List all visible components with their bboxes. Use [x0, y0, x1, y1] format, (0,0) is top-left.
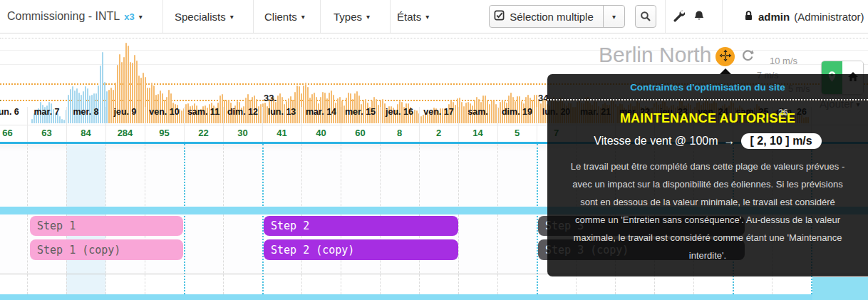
date-header-3[interactable]: mer. 8 [66, 107, 106, 117]
date-header-11[interactable]: jeu. 16 [380, 107, 420, 117]
week-number: 33. [264, 93, 277, 103]
checkbox-edit-icon [494, 10, 505, 23]
lock-icon [743, 10, 754, 24]
column-separator [184, 107, 185, 142]
date-header-2[interactable]: mar. 7 [27, 107, 67, 117]
wind-bar [307, 87, 309, 123]
multi-select-caret-button[interactable]: ▾ [603, 6, 624, 27]
brand-badge: x3 [124, 11, 134, 22]
multi-select-button[interactable]: Sélection multiple ▾ [489, 5, 625, 28]
notifications-bell-icon[interactable] [693, 10, 705, 25]
nav-divider [665, 0, 666, 33]
search-button[interactable] [635, 5, 656, 28]
user-name: admin [758, 11, 790, 23]
menu-types[interactable]: Types ▾ [334, 0, 370, 33]
gantt-bar-step-1[interactable]: Step 1 [30, 216, 183, 236]
nav-divider [390, 0, 391, 33]
date-header-7[interactable]: dim. 12 [223, 107, 263, 117]
task-boundary-gridline [184, 144, 185, 294]
column-separator [458, 107, 459, 142]
date-header-13[interactable]: sam. [458, 107, 498, 117]
column-separator [27, 107, 28, 142]
wind-bar [31, 119, 33, 123]
nav-divider [253, 0, 254, 33]
gantt-bar-step-2[interactable]: Step 2 [264, 216, 458, 236]
date-header-12[interactable]: ven. 17 [419, 107, 459, 117]
date-header-1[interactable]: lun. 6 [0, 107, 28, 117]
date-header-6[interactable]: sam. 11 [184, 107, 224, 117]
top-navbar: Commissioning - INTL x3 ▾ Specialists ▾ … [0, 0, 868, 33]
date-header-14[interactable]: dim. 19 [497, 107, 537, 117]
column-separator [341, 107, 341, 142]
wind-bar [110, 88, 112, 123]
tooltip-arrow [720, 68, 731, 74]
brand-menu[interactable]: Commissioning - INTL x3 ▾ [7, 0, 143, 33]
wind-bar [70, 89, 71, 123]
nav-divider [162, 0, 163, 33]
column-separator [537, 107, 537, 142]
day-value: 60 [341, 128, 381, 138]
day-gridline [497, 144, 498, 294]
tooltip-body-line: sont en dessous de la valeur minimale, l… [547, 193, 868, 211]
user-menu[interactable]: admin (Administrator) ▾ [743, 0, 868, 33]
wind-range-pill: [ 2, 10 ] m/s [741, 133, 822, 149]
tooltip-body-line: interdite'. [547, 247, 868, 264]
column-separator [105, 107, 106, 142]
menu-label: États [397, 11, 421, 23]
caret-down-icon: ▾ [612, 12, 616, 21]
nav-divider [320, 0, 321, 33]
tooltip-title: Contraintes d'optimisation du site [547, 82, 868, 93]
day-gridline [223, 144, 224, 294]
day-value: 5 [497, 128, 537, 138]
wind-bar [303, 86, 304, 123]
wind-bar [153, 86, 155, 123]
gridline-dotted-top [0, 38, 868, 38]
wind-bar [85, 86, 86, 123]
menu-label: Clients [264, 11, 297, 23]
axis-label-10ms: 10 m/s [770, 56, 797, 66]
search-icon [640, 11, 651, 22]
settings-wrench-icon[interactable] [673, 10, 685, 25]
wind-bar [98, 86, 99, 123]
wind-bar [61, 119, 63, 123]
tooltip-body-text: Le travail peut être complété dans cette… [547, 157, 868, 264]
tooltip-body-line: comme un 'Entretien sans conséquence'. A… [547, 211, 868, 229]
day-value: 95 [145, 128, 185, 138]
day-value: 2 [419, 128, 459, 138]
date-header-4[interactable]: jeu. 9 [105, 107, 145, 117]
move-arrows-icon [719, 49, 732, 65]
caret-down-icon: ▾ [139, 12, 143, 21]
caret-down-icon: ▾ [230, 12, 234, 21]
week-number: 32. [0, 93, 1, 103]
menu-specialists[interactable]: Specialists ▾ [175, 0, 234, 33]
date-header-8[interactable]: lun. 13 [262, 107, 302, 117]
day-value: 66 [0, 128, 28, 138]
gridline-solid-1 [0, 50, 868, 51]
day-value: 22 [184, 128, 224, 138]
move-site-button[interactable] [715, 47, 735, 66]
refresh-icon [741, 52, 755, 64]
wind-bar [299, 86, 300, 123]
gantt-bar-step-1-copy-[interactable]: Step 1 (copy) [30, 239, 183, 260]
bottom-scroll-band [0, 294, 868, 300]
ghost-day-26: 26 [778, 108, 788, 118]
wind-bar [87, 88, 88, 123]
date-header-5[interactable]: ven. 10 [145, 107, 185, 117]
tooltip-wind-row: Vitesse de vent @ 100m → [ 2, 10 ] m/s [547, 133, 868, 149]
date-header-9[interactable]: mar. 14 [301, 107, 341, 117]
tooltip-heading: MAINTENANCE AUTORISÉE [547, 111, 868, 126]
day-value: 284 [105, 128, 145, 138]
menu-clients[interactable]: Clients ▾ [264, 0, 305, 33]
wind-bar [296, 86, 298, 123]
menu-etats[interactable]: États ▾ [397, 0, 429, 33]
tooltip-body-line: avec un impact sur la disponibilité des … [547, 175, 868, 193]
site-title: Berlin North [599, 43, 711, 67]
gantt-bar-step-2-copy-[interactable]: Step 2 (copy) [264, 239, 458, 260]
caret-down-icon: ▾ [301, 12, 305, 21]
refresh-site-button[interactable] [741, 48, 755, 65]
tooltip-body-line: maximale, le travail est considéré comme… [547, 229, 868, 247]
wind-bar [72, 86, 73, 123]
day-value: 84 [66, 128, 106, 138]
date-header-10[interactable]: mer. 15 [341, 107, 381, 117]
wind-bar [149, 88, 150, 123]
